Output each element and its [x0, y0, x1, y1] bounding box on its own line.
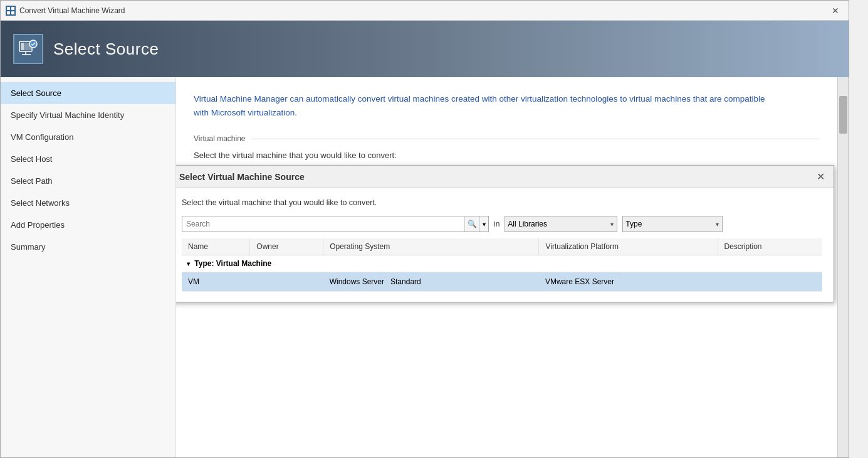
dialog-body: Select the virtual machine that you woul…: [176, 188, 834, 302]
header-banner: Select Source: [1, 21, 849, 77]
main-window: Convert Virtual Machine Wizard ✕ Select …: [0, 0, 849, 458]
search-icon: 🔍: [468, 220, 477, 228]
nav-item-select-host[interactable]: Select Host: [1, 148, 175, 170]
nav-item-select-path[interactable]: Select Path: [1, 170, 175, 192]
scrollbar-thumb[interactable]: [839, 96, 847, 134]
svg-rect-1: [11, 7, 14, 10]
table-header: Name Owner Operating System Virtualizati…: [182, 238, 822, 255]
vm-table: Name Owner Operating System Virtualizati…: [182, 238, 822, 292]
cell-name: VM: [182, 272, 250, 292]
cell-os: Windows Server Standard: [323, 272, 539, 292]
type-select-wrap: Type ▾: [622, 216, 723, 232]
description-text: Virtual Machine Manager can automaticall…: [194, 92, 770, 119]
right-content: Virtual Machine Manager can automaticall…: [176, 77, 837, 457]
library-select-wrap: All Libraries ▾: [505, 216, 617, 232]
table-body: ▾ Type: Virtual Machine VM Windows Serve…: [182, 255, 822, 292]
header-icon: [13, 34, 43, 64]
search-dropdown-button[interactable]: ▾: [479, 216, 488, 232]
table-row[interactable]: VM Windows Server Standard VMware ESX Se…: [182, 272, 822, 292]
group-label: Type: Virtual Machine: [194, 259, 271, 268]
window-close-button[interactable]: ✕: [827, 4, 844, 18]
in-label: in: [494, 220, 499, 228]
titlebar: Convert Virtual Machine Wizard ✕: [1, 1, 849, 21]
nav-item-select-source[interactable]: Select Source: [1, 82, 175, 104]
svg-rect-2: [7, 11, 10, 14]
nav-item-vm-config[interactable]: VM Configuration: [1, 126, 175, 148]
nav-item-add-properties[interactable]: Add Properties: [1, 214, 175, 236]
search-icon-button[interactable]: 🔍: [464, 216, 479, 232]
table-group-row: ▾ Type: Virtual Machine: [182, 255, 822, 272]
app-icon: [6, 6, 16, 16]
col-owner: Owner: [250, 238, 323, 255]
type-select[interactable]: Type: [622, 216, 723, 232]
dialog-titlebar: Select Virtual Machine Source ✕: [176, 166, 834, 188]
search-input[interactable]: [182, 216, 464, 232]
col-os: Operating System: [323, 238, 539, 255]
select-vm-dialog: Select Virtual Machine Source ✕ Select t…: [176, 165, 834, 302]
nav-item-select-networks[interactable]: Select Networks: [1, 192, 175, 214]
scrollbar[interactable]: [837, 77, 849, 457]
search-row: 🔍 ▾ in All Libraries ▾: [182, 216, 822, 232]
cell-platform: VMware ESX Server: [539, 272, 718, 292]
nav-item-summary[interactable]: Summary: [1, 236, 175, 258]
library-select[interactable]: All Libraries: [505, 216, 617, 232]
main-area: Select Source Specify Virtual Machine Id…: [1, 77, 849, 457]
group-expand-icon: ▾: [187, 260, 190, 267]
vm-select-label: Select the virtual machine that you woul…: [194, 151, 820, 160]
dialog-title: Select Virtual Machine Source: [179, 172, 305, 182]
col-platform: Virtualization Platform: [539, 238, 718, 255]
chevron-down-icon: ▾: [483, 221, 486, 228]
window-title: Convert Virtual Machine Wizard: [19, 6, 125, 15]
search-input-wrap: 🔍 ▾: [182, 216, 489, 232]
page-title: Select Source: [53, 40, 159, 59]
section-label: Virtual machine: [194, 134, 820, 143]
group-label-cell: ▾ Type: Virtual Machine: [182, 255, 822, 272]
cell-owner: [250, 272, 323, 292]
dialog-description: Select the virtual machine that you woul…: [182, 198, 822, 207]
col-name: Name: [182, 238, 250, 255]
nav-item-specify-identity[interactable]: Specify Virtual Machine Identity: [1, 104, 175, 126]
svg-rect-6: [21, 43, 24, 50]
col-description: Description: [718, 238, 822, 255]
left-nav: Select Source Specify Virtual Machine Id…: [1, 77, 176, 457]
svg-rect-3: [11, 11, 14, 14]
titlebar-left: Convert Virtual Machine Wizard: [6, 6, 125, 16]
cell-description: [718, 272, 822, 292]
svg-rect-0: [7, 7, 10, 10]
dialog-close-button[interactable]: ✕: [817, 171, 825, 183]
